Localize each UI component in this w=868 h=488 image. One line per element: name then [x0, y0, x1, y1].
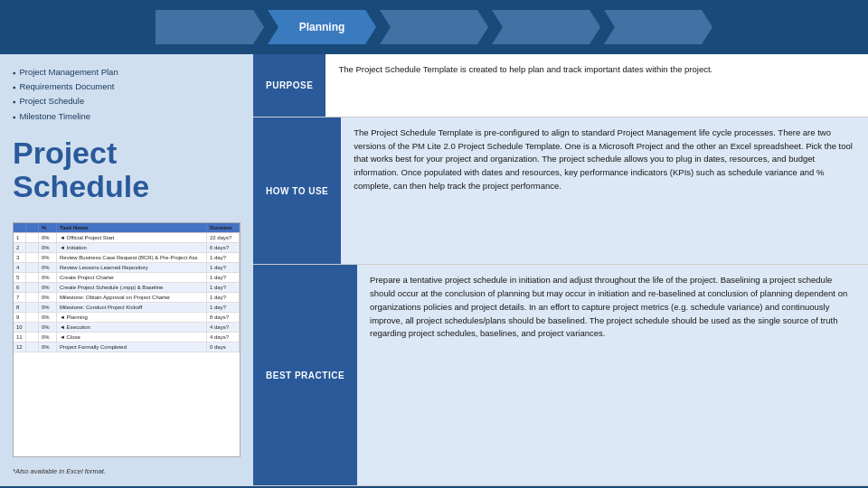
cell-id: 7 [14, 293, 26, 302]
cell-task: Create Project Schedule (.mpp) & Baselin… [57, 283, 207, 292]
cell-comp: 0% [39, 273, 57, 282]
cell-task: Milestone: Conduct Project Kickoff [57, 303, 207, 312]
arrow-1 [156, 10, 264, 44]
spreadsheet-rows: 1 0% ◄ Official Project Start 22 days? 2… [14, 233, 240, 352]
cell-dur: 1 day? [207, 303, 240, 312]
right-panel: PURPOSE The Project Schedule Template is… [253, 54, 868, 486]
cell-dur: 1 day? [207, 253, 240, 262]
cell-mode [26, 303, 39, 312]
bullet-list: ▪Project Management Plan ▪Requirements D… [13, 65, 241, 124]
cell-mode [26, 263, 39, 272]
cell-comp: 0% [39, 343, 57, 352]
cell-task: Create Project Charter [57, 273, 207, 282]
cell-dur: 0 days [207, 343, 240, 352]
table-row: 7 0% Milestone: Obtain Approval on Proje… [14, 293, 240, 303]
cell-mode [26, 293, 39, 302]
how-to-label: HOW TO USE [253, 117, 341, 264]
bullet-item-3: ▪Project Schedule [13, 94, 241, 108]
cell-comp: 0% [39, 313, 57, 322]
table-row: 10 0% ◄ Execution 4 days? [14, 323, 240, 333]
arrow-4 [492, 10, 600, 44]
left-panel: ▪Project Management Plan ▪Requirements D… [0, 54, 253, 486]
top-banner: Planning [0, 0, 868, 54]
spreadsheet-preview: % Task Name Duration 1 0% ◄ Official Pro… [13, 222, 241, 457]
best-practice-section: BEST PRACTICE Prepare a tentative projec… [253, 265, 868, 486]
arrow-3 [380, 10, 488, 44]
cell-id: 5 [14, 273, 26, 282]
cell-task: ◄ Close [57, 333, 207, 342]
cell-comp: 0% [39, 333, 57, 342]
cell-task: Project Formally Completed [57, 343, 207, 352]
cell-id: 3 [14, 253, 26, 262]
cell-task: Milestone: Obtain Approval on Project Ch… [57, 293, 207, 302]
cell-dur: 6 days? [207, 243, 240, 252]
arrow-planning: Planning [268, 10, 376, 44]
bullet-item-1: ▪Project Management Plan [13, 65, 241, 80]
cell-comp: 0% [39, 283, 57, 292]
best-practice-label: BEST PRACTICE [253, 265, 357, 485]
cell-id: 9 [14, 313, 26, 322]
project-title: Project Schedule [13, 136, 241, 204]
cell-mode [26, 283, 39, 292]
cell-id: 6 [14, 283, 26, 292]
cell-comp: 0% [39, 263, 57, 272]
bullet-item-2: ▪Requirements Document [13, 80, 241, 94]
cell-dur: 1 day? [207, 273, 240, 282]
cell-mode [26, 313, 39, 322]
table-row: 9 0% ◄ Planning 8 days? [14, 313, 240, 323]
cell-task: ◄ Execution [57, 323, 207, 332]
cell-dur: 8 days? [207, 313, 240, 322]
cell-id: 4 [14, 263, 26, 272]
table-row: 5 0% Create Project Charter 1 day? [14, 273, 240, 283]
purpose-label: PURPOSE [253, 54, 326, 117]
col-dur-header: Duration [207, 223, 240, 232]
cell-task: ◄ Planning [57, 313, 207, 322]
cell-mode [26, 343, 39, 352]
cell-mode [26, 243, 39, 252]
cell-comp: 0% [39, 303, 57, 312]
cell-mode [26, 333, 39, 342]
cell-mode [26, 323, 39, 332]
cell-mode [26, 273, 39, 282]
cell-dur: 1 day? [207, 283, 240, 292]
col-task-header: Task Name [57, 223, 207, 232]
cell-dur: 1 day? [207, 263, 240, 272]
cell-mode [26, 233, 39, 242]
table-row: 4 0% Review Lessons Learned Repository 1… [14, 263, 240, 273]
bullet-item-4: ▪Milestone Timeline [13, 109, 241, 124]
table-row: 12 0% Project Formally Completed 0 days [14, 343, 240, 352]
cell-dur: 4 days? [207, 323, 240, 332]
cell-id: 10 [14, 323, 26, 332]
also-available-note: *Also available in Excel format. [13, 467, 241, 475]
cell-dur: 22 days? [207, 233, 240, 242]
col-id-header [14, 223, 26, 232]
col-mode-header [26, 223, 39, 232]
cell-id: 11 [14, 333, 26, 342]
main-content: ▪Project Management Plan ▪Requirements D… [0, 54, 868, 486]
cell-task: Review Business Case Request (BCR) & Pre… [57, 253, 207, 262]
cell-task: ◄ Initiation [57, 243, 207, 252]
cell-mode [26, 253, 39, 262]
cell-id: 2 [14, 243, 26, 252]
cell-id: 12 [14, 343, 26, 352]
table-row: 2 0% ◄ Initiation 6 days? [14, 243, 240, 253]
table-row: 1 0% ◄ Official Project Start 22 days? [14, 233, 240, 243]
table-row: 6 0% Create Project Schedule (.mpp) & Ba… [14, 283, 240, 293]
cell-id: 8 [14, 303, 26, 312]
how-to-section: HOW TO USE The Project Schedule Template… [253, 117, 868, 265]
cell-comp: 0% [39, 293, 57, 302]
cell-comp: 0% [39, 323, 57, 332]
arrow-5 [604, 10, 712, 44]
cell-id: 1 [14, 233, 26, 242]
spreadsheet-header: % Task Name Duration [14, 223, 240, 233]
cell-comp: 0% [39, 233, 57, 242]
cell-task: Review Lessons Learned Repository [57, 263, 207, 272]
best-practice-text: Prepare a tentative project schedule in … [357, 265, 868, 485]
table-row: 11 0% ◄ Close 4 days? [14, 333, 240, 343]
cell-dur: 1 day? [207, 293, 240, 302]
cell-dur: 4 days? [207, 333, 240, 342]
how-to-text: The Project Schedule Template is pre-con… [341, 117, 868, 264]
cell-task: ◄ Official Project Start [57, 233, 207, 242]
table-row: 8 0% Milestone: Conduct Project Kickoff … [14, 303, 240, 313]
col-comp-header: % [39, 223, 57, 232]
